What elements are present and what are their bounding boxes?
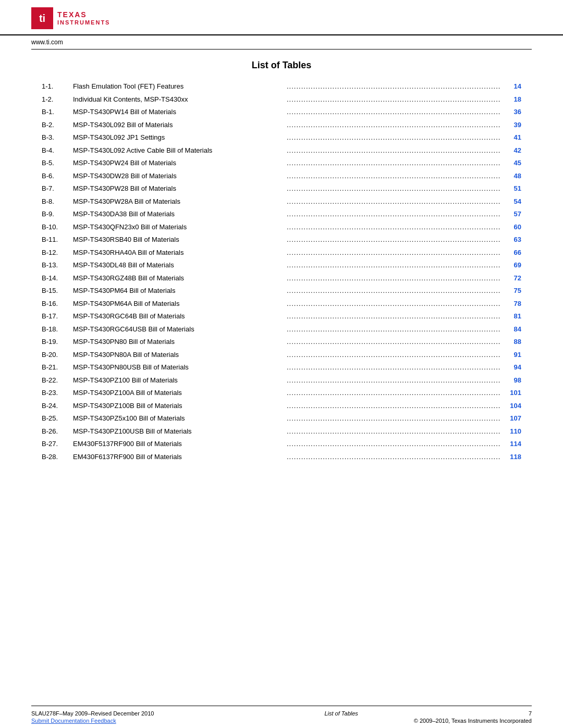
ti-name-line1: Texas [57,11,110,19]
toc-dots [287,145,500,156]
toc-title: MSP-TS430L092 Active Cable Bill of Mater… [73,145,287,156]
toc-dots [287,401,500,412]
toc-page: 41 [500,132,521,143]
footer-doc-id: SLAU278F–May 2009–Revised December 2010 [31,710,154,717]
toc-row: B-24.MSP-TS430PZ100B Bill of Materials10… [42,401,521,412]
toc-row: B-28.EM430F6137RF900 Bill of Materials11… [42,452,521,463]
toc-title: MSP-TS430DA38 Bill of Materials [73,209,287,219]
toc-page: 66 [500,248,521,258]
toc-title: MSP-TS430RGC64USB Bill of Materials [73,324,287,335]
toc-number: B-12. [42,248,73,258]
toc-page: 88 [500,337,521,347]
toc-page: 107 [500,413,521,424]
toc-dots [287,311,500,322]
toc-title: MSP-TS430PZ5x100 Bill of Materials [73,413,287,424]
svg-text:ti: ti [39,13,45,24]
toc-number: B-20. [42,350,73,360]
toc-row: B-14.MSP-TS430RGZ48B Bill of Materials72 [42,273,521,284]
toc-row: B-2.MSP-TS430L092 Bill of Materials39 [42,120,521,131]
toc-title: MSP-TS430PM64A Bill of Materials [73,299,287,309]
toc-title: MSP-TS430PW28A Bill of Materials [73,196,287,207]
toc-page: 101 [500,388,521,398]
toc-number: B-11. [42,235,73,245]
toc-number: B-5. [42,158,73,168]
toc-number: B-22. [42,375,73,386]
footer: SLAU278F–May 2009–Revised December 2010 … [31,706,532,728]
toc-page: 104 [500,401,521,411]
page-title: List of Tables [42,60,521,71]
toc-page: 39 [500,120,521,130]
toc-number: B-8. [42,196,73,207]
toc-dots [287,132,500,143]
toc-page: 72 [500,273,521,283]
toc-number: B-1. [42,107,73,117]
toc-row: B-6.MSP-TS430DW28 Bill of Materials48 [42,171,521,182]
toc-title: MSP-TS430L092 JP1 Settings [73,132,287,143]
toc-dots [287,299,500,310]
toc-row: 1-1.Flash Emulation Tool (FET) Features1… [42,81,521,92]
toc-number: B-10. [42,222,73,232]
toc-row: B-25.MSP-TS430PZ5x100 Bill of Materials1… [42,413,521,424]
toc-title: MSP-TS430PZ100B Bill of Materials [73,401,287,411]
toc-page: 18 [500,94,521,105]
toc-page: 94 [500,362,521,373]
toc-dots [287,375,500,386]
toc-dots [287,350,500,361]
toc-page: 57 [500,209,521,219]
toc-dots [287,337,500,348]
toc-row: B-17.MSP-TS430RGC64B Bill of Materials81 [42,311,521,322]
ti-logo-icon: ti [31,7,53,29]
toc-row: B-23.MSP-TS430PZ100A Bill of Materials10… [42,388,521,399]
toc-number: B-27. [42,439,73,449]
footer-row2: Submit Documentation Feedback © 2009–201… [31,718,532,724]
toc-dots [287,362,500,373]
toc-row: B-7.MSP-TS430PW28 Bill of Materials51 [42,183,521,194]
toc-row: B-1.MSP-TS430PW14 Bill of Materials36 [42,107,521,118]
toc-number: B-4. [42,145,73,156]
toc-page: 51 [500,183,521,194]
ti-logo: ti Texas Instruments [31,7,110,29]
toc-title: MSP-TS430PW14 Bill of Materials [73,107,287,117]
footer-feedback-link[interactable]: Submit Documentation Feedback [31,718,116,724]
header: ti Texas Instruments [0,0,563,35]
toc-dots [287,286,500,297]
toc-row: 1-2.Individual Kit Contents, MSP-TS430xx… [42,94,521,105]
toc-title: MSP-TS430RGZ48B Bill of Materials [73,273,287,283]
toc-title: EM430F5137RF900 Bill of Materials [73,439,287,449]
footer-copyright: © 2009–2010, Texas Instruments Incorpora… [414,718,532,724]
toc-dots [287,426,500,437]
toc-title: MSP-TS430QFN23x0 Bill of Materials [73,222,287,232]
toc-row: B-27.EM430F5137RF900 Bill of Materials11… [42,439,521,450]
toc-page: 98 [500,375,521,386]
toc-page: 78 [500,299,521,309]
toc-number: B-17. [42,311,73,322]
toc-title: MSP-TS430PN80 Bill of Materials [73,337,287,347]
toc-title: MSP-TS430PW24 Bill of Materials [73,158,287,168]
toc-number: B-21. [42,362,73,373]
toc-dots [287,222,500,233]
toc-row: B-8.MSP-TS430PW28A Bill of Materials54 [42,196,521,207]
toc-page: 36 [500,107,521,117]
toc-dots [287,158,500,169]
toc-title: MSP-TS430RGC64B Bill of Materials [73,311,287,322]
footer-page: 7 [529,710,532,717]
toc-dots [287,94,500,105]
toc-title: MSP-TS430L092 Bill of Materials [73,120,287,130]
toc-dots [287,235,500,245]
toc-row: B-9.MSP-TS430DA38 Bill of Materials57 [42,209,521,220]
toc-title: MSP-TS430PZ100USB Bill of Materials [73,426,287,437]
toc-row: B-5.MSP-TS430PW24 Bill of Materials45 [42,158,521,169]
toc-title: MSP-TS430PZ100 Bill of Materials [73,375,287,386]
toc-number: B-15. [42,286,73,296]
toc-page: 48 [500,171,521,181]
toc-number: B-26. [42,426,73,437]
toc-page: 45 [500,158,521,168]
toc-number: B-19. [42,337,73,347]
toc-number: B-14. [42,273,73,283]
toc-dots [287,196,500,207]
toc-number: B-23. [42,388,73,398]
toc-number: B-6. [42,171,73,181]
toc-dots [287,273,500,284]
toc-dots [287,260,500,271]
toc-number: B-3. [42,132,73,143]
